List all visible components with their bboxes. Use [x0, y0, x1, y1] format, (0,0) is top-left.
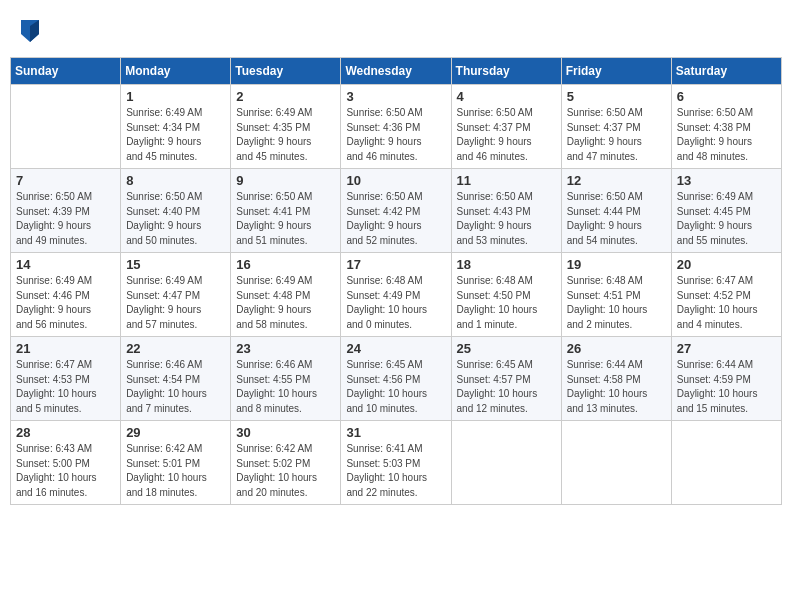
calendar-cell: 28Sunrise: 6:43 AM Sunset: 5:00 PM Dayli…: [11, 421, 121, 505]
calendar-week-row: 28Sunrise: 6:43 AM Sunset: 5:00 PM Dayli…: [11, 421, 782, 505]
day-number: 24: [346, 341, 445, 356]
day-info: Sunrise: 6:50 AM Sunset: 4:37 PM Dayligh…: [457, 106, 556, 164]
day-info: Sunrise: 6:50 AM Sunset: 4:36 PM Dayligh…: [346, 106, 445, 164]
calendar-day-header: Wednesday: [341, 58, 451, 85]
calendar-cell: 29Sunrise: 6:42 AM Sunset: 5:01 PM Dayli…: [121, 421, 231, 505]
day-number: 9: [236, 173, 335, 188]
day-number: 14: [16, 257, 115, 272]
day-info: Sunrise: 6:50 AM Sunset: 4:39 PM Dayligh…: [16, 190, 115, 248]
calendar-cell: 13Sunrise: 6:49 AM Sunset: 4:45 PM Dayli…: [671, 169, 781, 253]
calendar-cell: 20Sunrise: 6:47 AM Sunset: 4:52 PM Dayli…: [671, 253, 781, 337]
calendar-cell: 4Sunrise: 6:50 AM Sunset: 4:37 PM Daylig…: [451, 85, 561, 169]
day-info: Sunrise: 6:50 AM Sunset: 4:40 PM Dayligh…: [126, 190, 225, 248]
day-number: 7: [16, 173, 115, 188]
day-number: 23: [236, 341, 335, 356]
calendar-cell: 18Sunrise: 6:48 AM Sunset: 4:50 PM Dayli…: [451, 253, 561, 337]
day-info: Sunrise: 6:42 AM Sunset: 5:02 PM Dayligh…: [236, 442, 335, 500]
day-number: 29: [126, 425, 225, 440]
calendar-cell: 8Sunrise: 6:50 AM Sunset: 4:40 PM Daylig…: [121, 169, 231, 253]
calendar-cell: 19Sunrise: 6:48 AM Sunset: 4:51 PM Dayli…: [561, 253, 671, 337]
calendar-cell: 21Sunrise: 6:47 AM Sunset: 4:53 PM Dayli…: [11, 337, 121, 421]
calendar-week-row: 21Sunrise: 6:47 AM Sunset: 4:53 PM Dayli…: [11, 337, 782, 421]
day-number: 28: [16, 425, 115, 440]
calendar-week-row: 1Sunrise: 6:49 AM Sunset: 4:34 PM Daylig…: [11, 85, 782, 169]
day-number: 16: [236, 257, 335, 272]
calendar-week-row: 14Sunrise: 6:49 AM Sunset: 4:46 PM Dayli…: [11, 253, 782, 337]
calendar-week-row: 7Sunrise: 6:50 AM Sunset: 4:39 PM Daylig…: [11, 169, 782, 253]
calendar-cell: 1Sunrise: 6:49 AM Sunset: 4:34 PM Daylig…: [121, 85, 231, 169]
day-info: Sunrise: 6:50 AM Sunset: 4:43 PM Dayligh…: [457, 190, 556, 248]
day-number: 18: [457, 257, 556, 272]
day-number: 22: [126, 341, 225, 356]
day-number: 6: [677, 89, 776, 104]
day-info: Sunrise: 6:49 AM Sunset: 4:48 PM Dayligh…: [236, 274, 335, 332]
day-info: Sunrise: 6:45 AM Sunset: 4:56 PM Dayligh…: [346, 358, 445, 416]
day-number: 15: [126, 257, 225, 272]
day-number: 13: [677, 173, 776, 188]
day-info: Sunrise: 6:50 AM Sunset: 4:41 PM Dayligh…: [236, 190, 335, 248]
calendar-cell: 31Sunrise: 6:41 AM Sunset: 5:03 PM Dayli…: [341, 421, 451, 505]
calendar-cell: [451, 421, 561, 505]
day-info: Sunrise: 6:49 AM Sunset: 4:34 PM Dayligh…: [126, 106, 225, 164]
calendar-table: SundayMondayTuesdayWednesdayThursdayFrid…: [10, 57, 782, 505]
logo-icon: [21, 20, 39, 42]
day-info: Sunrise: 6:47 AM Sunset: 4:53 PM Dayligh…: [16, 358, 115, 416]
calendar-cell: 17Sunrise: 6:48 AM Sunset: 4:49 PM Dayli…: [341, 253, 451, 337]
day-info: Sunrise: 6:50 AM Sunset: 4:38 PM Dayligh…: [677, 106, 776, 164]
calendar-cell: 10Sunrise: 6:50 AM Sunset: 4:42 PM Dayli…: [341, 169, 451, 253]
calendar-cell: 6Sunrise: 6:50 AM Sunset: 4:38 PM Daylig…: [671, 85, 781, 169]
day-info: Sunrise: 6:42 AM Sunset: 5:01 PM Dayligh…: [126, 442, 225, 500]
day-info: Sunrise: 6:50 AM Sunset: 4:37 PM Dayligh…: [567, 106, 666, 164]
day-info: Sunrise: 6:41 AM Sunset: 5:03 PM Dayligh…: [346, 442, 445, 500]
calendar-cell: [561, 421, 671, 505]
day-number: 25: [457, 341, 556, 356]
day-info: Sunrise: 6:46 AM Sunset: 4:55 PM Dayligh…: [236, 358, 335, 416]
day-info: Sunrise: 6:49 AM Sunset: 4:35 PM Dayligh…: [236, 106, 335, 164]
day-number: 3: [346, 89, 445, 104]
day-number: 17: [346, 257, 445, 272]
day-info: Sunrise: 6:46 AM Sunset: 4:54 PM Dayligh…: [126, 358, 225, 416]
day-info: Sunrise: 6:48 AM Sunset: 4:50 PM Dayligh…: [457, 274, 556, 332]
calendar-cell: 3Sunrise: 6:50 AM Sunset: 4:36 PM Daylig…: [341, 85, 451, 169]
day-info: Sunrise: 6:50 AM Sunset: 4:42 PM Dayligh…: [346, 190, 445, 248]
calendar-cell: 14Sunrise: 6:49 AM Sunset: 4:46 PM Dayli…: [11, 253, 121, 337]
calendar-cell: 15Sunrise: 6:49 AM Sunset: 4:47 PM Dayli…: [121, 253, 231, 337]
day-info: Sunrise: 6:49 AM Sunset: 4:46 PM Dayligh…: [16, 274, 115, 332]
day-info: Sunrise: 6:50 AM Sunset: 4:44 PM Dayligh…: [567, 190, 666, 248]
calendar-cell: 27Sunrise: 6:44 AM Sunset: 4:59 PM Dayli…: [671, 337, 781, 421]
logo: [20, 20, 39, 47]
calendar-day-header: Saturday: [671, 58, 781, 85]
day-info: Sunrise: 6:44 AM Sunset: 4:59 PM Dayligh…: [677, 358, 776, 416]
calendar-cell: [11, 85, 121, 169]
calendar-cell: 16Sunrise: 6:49 AM Sunset: 4:48 PM Dayli…: [231, 253, 341, 337]
day-info: Sunrise: 6:44 AM Sunset: 4:58 PM Dayligh…: [567, 358, 666, 416]
day-info: Sunrise: 6:47 AM Sunset: 4:52 PM Dayligh…: [677, 274, 776, 332]
calendar-cell: 24Sunrise: 6:45 AM Sunset: 4:56 PM Dayli…: [341, 337, 451, 421]
day-info: Sunrise: 6:45 AM Sunset: 4:57 PM Dayligh…: [457, 358, 556, 416]
day-number: 8: [126, 173, 225, 188]
day-number: 20: [677, 257, 776, 272]
day-number: 4: [457, 89, 556, 104]
calendar-cell: 22Sunrise: 6:46 AM Sunset: 4:54 PM Dayli…: [121, 337, 231, 421]
day-number: 2: [236, 89, 335, 104]
calendar-cell: 11Sunrise: 6:50 AM Sunset: 4:43 PM Dayli…: [451, 169, 561, 253]
day-number: 1: [126, 89, 225, 104]
day-number: 31: [346, 425, 445, 440]
day-number: 26: [567, 341, 666, 356]
calendar-cell: [671, 421, 781, 505]
page-header: [10, 10, 782, 52]
calendar-cell: 9Sunrise: 6:50 AM Sunset: 4:41 PM Daylig…: [231, 169, 341, 253]
day-info: Sunrise: 6:48 AM Sunset: 4:49 PM Dayligh…: [346, 274, 445, 332]
calendar-cell: 25Sunrise: 6:45 AM Sunset: 4:57 PM Dayli…: [451, 337, 561, 421]
day-info: Sunrise: 6:49 AM Sunset: 4:47 PM Dayligh…: [126, 274, 225, 332]
calendar-header-row: SundayMondayTuesdayWednesdayThursdayFrid…: [11, 58, 782, 85]
day-number: 19: [567, 257, 666, 272]
day-number: 5: [567, 89, 666, 104]
day-number: 30: [236, 425, 335, 440]
day-info: Sunrise: 6:49 AM Sunset: 4:45 PM Dayligh…: [677, 190, 776, 248]
day-number: 27: [677, 341, 776, 356]
day-info: Sunrise: 6:43 AM Sunset: 5:00 PM Dayligh…: [16, 442, 115, 500]
day-info: Sunrise: 6:48 AM Sunset: 4:51 PM Dayligh…: [567, 274, 666, 332]
calendar-day-header: Sunday: [11, 58, 121, 85]
calendar-cell: 2Sunrise: 6:49 AM Sunset: 4:35 PM Daylig…: [231, 85, 341, 169]
